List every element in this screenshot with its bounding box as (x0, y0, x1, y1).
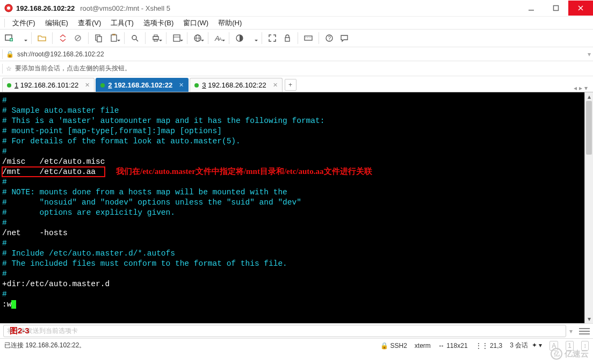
tab-next-icon[interactable]: ▸ (579, 84, 582, 92)
tab-session-2[interactable]: 2 192.168.26.102:22 ✕ (96, 78, 189, 92)
status-size: ↔ 118x21 (438, 342, 468, 350)
window-title-main: 192.168.26.102:22 (16, 4, 75, 12)
lock-small-icon: 🔒 (6, 50, 14, 58)
compose-bar: 图2-3 将文本发送到当前选项卡 ▾ (0, 323, 593, 338)
statusbar: 已连接 192.168.26.102:22。 🔒 SSH2 xterm ↔ 11… (0, 338, 593, 352)
copy-icon[interactable] (92, 31, 106, 45)
tab-list-icon[interactable]: ▾ (584, 84, 588, 92)
fullscreen-icon[interactable] (265, 31, 279, 45)
titlebar: 192.168.26.102:22 root@vms002:/mnt - Xsh… (0, 0, 593, 16)
menu-tabs[interactable]: 选项卡(B) (139, 17, 178, 29)
svg-rect-13 (97, 37, 102, 42)
help-icon[interactable]: ? (322, 31, 336, 45)
status-term: xterm (415, 342, 431, 350)
svg-line-11 (76, 36, 80, 40)
reconnect-icon[interactable] (56, 31, 70, 45)
svg-rect-14 (111, 35, 117, 41)
menu-help[interactable]: 帮助(H) (214, 17, 246, 29)
close-tab-icon[interactable]: ✕ (179, 82, 184, 89)
globe-icon[interactable] (191, 31, 205, 45)
maximize-button[interactable] (544, 1, 568, 16)
scroll-thumb[interactable] (586, 101, 592, 155)
svg-text:?: ? (328, 35, 331, 41)
address-bar: 🔒 ssh://root@192.168.26.102:22 ▾ (0, 47, 593, 61)
status-dot-icon (100, 83, 105, 88)
annotation-box (2, 166, 105, 177)
status-sessions: 3 会话 ✦ ▾ (510, 341, 542, 350)
color-dropdown[interactable] (248, 31, 258, 45)
scroll-down-icon[interactable]: ▾ (585, 315, 593, 323)
svg-rect-3 (554, 6, 559, 11)
new-session-dropdown[interactable] (17, 31, 28, 45)
status-connection: 已连接 192.168.26.102:22。 (4, 341, 85, 350)
font-icon[interactable]: AA (212, 31, 226, 45)
close-button[interactable] (568, 1, 593, 16)
compose-dropdown-icon[interactable]: ▾ (569, 327, 573, 335)
status-pos: ⋮⋮ 21,3 (475, 342, 503, 350)
terminal[interactable]: ## Sample auto.master file# This is a 'm… (0, 92, 584, 323)
svg-rect-30 (305, 36, 312, 40)
tab-session-3[interactable]: 3 192.168.26.102:22 ✕ (190, 78, 282, 92)
scrollbar[interactable]: ▴ ▾ (584, 92, 593, 323)
svg-rect-29 (285, 38, 290, 41)
svg-point-16 (132, 35, 136, 40)
svg-rect-21 (173, 35, 180, 41)
keyboard-icon[interactable] (301, 31, 315, 45)
address-text[interactable]: ssh://root@192.168.26.102:22 (17, 50, 584, 58)
tabbar: 1 192.168.26.101:22 ✕ 2 192.168.26.102:2… (0, 76, 593, 92)
svg-point-1 (7, 6, 10, 10)
search-icon[interactable] (128, 31, 142, 45)
svg-rect-15 (112, 34, 115, 35)
hint-bar: ☆ 要添加当前会话，点击左侧的箭头按钮。 (0, 61, 593, 76)
close-tab-icon[interactable]: ✕ (273, 82, 278, 89)
watermark: 亿 亿速云 (551, 348, 589, 360)
tab-session-1[interactable]: 1 192.168.26.101:22 ✕ (2, 78, 95, 92)
terminal-area: ## Sample auto.master file# This is a 'm… (0, 92, 593, 323)
svg-line-17 (136, 39, 138, 41)
compose-input[interactable]: 将文本发送到当前选项卡 (3, 325, 566, 337)
menu-file[interactable]: 文件(F) (8, 17, 40, 29)
app-icon (4, 4, 13, 12)
menu-edit[interactable]: 编辑(E) (41, 17, 73, 29)
print-icon[interactable] (149, 31, 163, 45)
watermark-icon: 亿 (551, 348, 562, 360)
address-dropdown-icon[interactable]: ▾ (588, 50, 591, 58)
menubar: 文件(F) 编辑(E) 查看(V) 工具(T) 选项卡(B) 窗口(W) 帮助(… (0, 16, 593, 29)
lock-icon[interactable] (280, 31, 294, 45)
minimize-button[interactable] (519, 1, 544, 16)
watermark-text: 亿速云 (565, 349, 589, 359)
close-tab-icon[interactable]: ✕ (85, 82, 90, 89)
status-dot-icon (7, 83, 11, 88)
chat-icon[interactable] (337, 31, 351, 45)
svg-rect-19 (154, 35, 157, 37)
open-session-icon[interactable] (35, 31, 49, 45)
scroll-up-icon[interactable]: ▴ (585, 92, 593, 101)
status-proto: 🔒 SSH2 (380, 342, 407, 350)
hint-text: 要添加当前会话，点击左侧的箭头按钮。 (15, 64, 131, 73)
status-dot-icon (194, 83, 199, 88)
bookmark-add-icon[interactable]: ☆ (6, 65, 12, 72)
paste-icon[interactable] (107, 31, 121, 45)
menu-window[interactable]: 窗口(W) (179, 17, 213, 29)
new-session-icon[interactable] (2, 31, 16, 45)
properties-icon[interactable] (170, 31, 184, 45)
tab-prev-icon[interactable]: ◂ (574, 84, 577, 92)
menu-view[interactable]: 查看(V) (74, 17, 105, 29)
window-title-sub: root@vms002:/mnt - Xshell 5 (80, 4, 170, 12)
add-tab-button[interactable]: + (285, 79, 296, 91)
disconnect-icon[interactable] (71, 31, 85, 45)
annotation-text: 我们在/etc/auto.master文件中指定将/mnt目录和/etc/aut… (116, 166, 372, 177)
svg-text:A: A (219, 37, 222, 42)
toolbar: AA ? (0, 29, 593, 47)
compose-menu-icon[interactable] (579, 326, 590, 336)
menu-tools[interactable]: 工具(T) (106, 17, 138, 29)
color-scheme-icon[interactable] (233, 31, 247, 45)
